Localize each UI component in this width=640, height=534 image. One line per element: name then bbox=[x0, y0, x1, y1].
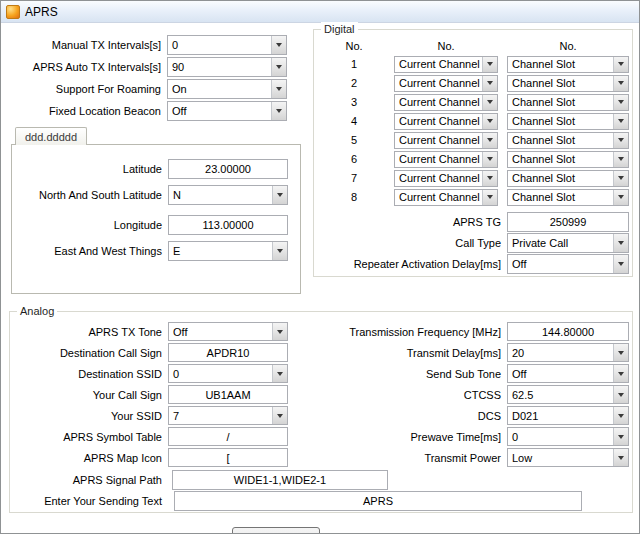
chevron-down-icon[interactable] bbox=[613, 171, 628, 186]
call-type-combo[interactable]: Private Call bbox=[507, 233, 629, 253]
combo-value: Channel Slot bbox=[508, 96, 613, 108]
combo-value: Current Channel bbox=[395, 153, 482, 165]
chevron-down-icon[interactable] bbox=[271, 102, 286, 120]
chevron-down-icon[interactable] bbox=[272, 186, 287, 204]
digital-channel-row: 8 Current Channel Channel Slot bbox=[314, 188, 632, 206]
tab-label: ddd.ddddd bbox=[25, 131, 77, 143]
north-south-latitude-combo[interactable]: N bbox=[168, 185, 288, 205]
chevron-down-icon[interactable] bbox=[482, 95, 497, 110]
field-row: Prewave Time[ms] 0 bbox=[210, 427, 629, 446]
tab-ddd-ddddd[interactable]: ddd.ddddd bbox=[15, 127, 87, 145]
chevron-down-icon[interactable] bbox=[613, 428, 628, 445]
chevron-down-icon[interactable] bbox=[613, 190, 628, 205]
combo-value: D021 bbox=[508, 410, 613, 422]
column-header-no: No. bbox=[394, 40, 498, 52]
combo-value: Channel Slot bbox=[508, 172, 613, 184]
chevron-down-icon[interactable] bbox=[613, 449, 628, 466]
chevron-down-icon[interactable] bbox=[482, 57, 497, 72]
transmit-power-combo[interactable]: Low bbox=[507, 448, 629, 467]
field-label: Prewave Time[ms] bbox=[210, 431, 507, 443]
chevron-down-icon[interactable] bbox=[613, 76, 628, 91]
chevron-down-icon[interactable] bbox=[613, 133, 628, 148]
current-channel-combo[interactable]: Current Channel bbox=[394, 75, 498, 92]
chevron-down-icon[interactable] bbox=[613, 152, 628, 167]
current-channel-combo[interactable]: Current Channel bbox=[394, 113, 498, 130]
channel-slot-combo[interactable]: Channel Slot bbox=[507, 56, 629, 73]
transmit-delay-combo[interactable]: 20 bbox=[507, 343, 629, 362]
chevron-down-icon[interactable] bbox=[613, 407, 628, 424]
current-channel-combo[interactable]: Current Channel bbox=[394, 151, 498, 168]
field-row: DCS D021 bbox=[210, 406, 629, 425]
field-label: Transmit Delay[ms] bbox=[210, 347, 507, 359]
digital-channel-row: 6 Current Channel Channel Slot bbox=[314, 150, 632, 168]
east-west-combo[interactable]: E bbox=[168, 241, 288, 261]
channel-slot-combo[interactable]: Channel Slot bbox=[507, 189, 629, 206]
aprs-signal-path-field[interactable]: WIDE1-1,WIDE2-1 bbox=[172, 470, 388, 490]
channel-slot-combo[interactable]: Channel Slot bbox=[507, 151, 629, 168]
aprs-tg-field[interactable]: 250999 bbox=[507, 212, 629, 232]
combo-value: Current Channel bbox=[395, 191, 482, 203]
repeater-activation-delay-combo[interactable]: Off bbox=[507, 254, 629, 274]
current-channel-combo[interactable]: Current Channel bbox=[394, 189, 498, 206]
analog-group-label: Analog bbox=[17, 304, 57, 318]
longitude-field[interactable]: 113.00000 bbox=[168, 215, 288, 235]
digital-group: Digital No. No. No. 1 Current Channel Ch… bbox=[313, 29, 633, 277]
channel-slot-combo[interactable]: Channel Slot bbox=[507, 132, 629, 149]
bottom-button-partial[interactable] bbox=[232, 527, 320, 534]
chevron-down-icon[interactable] bbox=[613, 344, 628, 361]
channel-slot-combo[interactable]: Channel Slot bbox=[507, 75, 629, 92]
combo-value: Current Channel bbox=[395, 172, 482, 184]
send-sub-tone-combo[interactable]: Off bbox=[507, 364, 629, 383]
field-row: Send Sub Tone Off bbox=[210, 364, 629, 383]
chevron-down-icon[interactable] bbox=[613, 234, 628, 252]
latitude-field[interactable]: 23.00000 bbox=[168, 159, 288, 179]
channel-slot-combo[interactable]: Channel Slot bbox=[507, 170, 629, 187]
current-channel-combo[interactable]: Current Channel bbox=[394, 132, 498, 149]
chevron-down-icon[interactable] bbox=[613, 57, 628, 72]
combo-value: 62.5 bbox=[508, 389, 613, 401]
digital-channel-list: 1 Current Channel Channel Slot 2 Current… bbox=[314, 55, 632, 207]
chevron-down-icon[interactable] bbox=[271, 36, 286, 54]
prewave-time-combo[interactable]: 0 bbox=[507, 427, 629, 446]
titlebar[interactable]: APRS bbox=[1, 1, 639, 23]
combo-value: Channel Slot bbox=[508, 153, 613, 165]
fixed-location-beacon-combo[interactable]: Off bbox=[167, 101, 287, 121]
transmission-frequency-field[interactable]: 144.80000 bbox=[507, 322, 629, 341]
channel-row-number: 4 bbox=[342, 115, 366, 127]
chevron-down-icon[interactable] bbox=[482, 76, 497, 91]
digital-channel-row: 5 Current Channel Channel Slot bbox=[314, 131, 632, 149]
combo-value: Current Channel bbox=[395, 58, 482, 70]
field-label: Transmit Power bbox=[210, 452, 507, 464]
field-label: Destination SSID bbox=[10, 368, 168, 380]
ctcss-combo[interactable]: 62.5 bbox=[507, 385, 629, 404]
chevron-down-icon[interactable] bbox=[271, 80, 286, 98]
combo-value: Low bbox=[508, 452, 613, 464]
current-channel-combo[interactable]: Current Channel bbox=[394, 94, 498, 111]
channel-slot-combo[interactable]: Channel Slot bbox=[507, 113, 629, 130]
manual-tx-intervals-combo[interactable]: 0 bbox=[167, 35, 287, 55]
sending-text-field[interactable]: APRS bbox=[174, 491, 582, 511]
chevron-down-icon[interactable] bbox=[482, 152, 497, 167]
current-channel-combo[interactable]: Current Channel bbox=[394, 56, 498, 73]
chevron-down-icon[interactable] bbox=[613, 95, 628, 110]
chevron-down-icon[interactable] bbox=[482, 190, 497, 205]
chevron-down-icon[interactable] bbox=[272, 242, 287, 260]
dcs-combo[interactable]: D021 bbox=[507, 406, 629, 425]
chevron-down-icon[interactable] bbox=[482, 133, 497, 148]
support-for-roaming-combo[interactable]: On bbox=[167, 79, 287, 99]
chevron-down-icon[interactable] bbox=[613, 114, 628, 129]
chevron-down-icon[interactable] bbox=[613, 255, 628, 273]
field-label: East And West Things bbox=[12, 245, 168, 257]
field-row: Manual TX Intervals[s] 0 bbox=[9, 35, 287, 55]
field-label: Enter Your Sending Text bbox=[10, 495, 168, 507]
chevron-down-icon[interactable] bbox=[482, 114, 497, 129]
aprs-auto-tx-intervals-combo[interactable]: 90 bbox=[167, 57, 287, 77]
channel-slot-combo[interactable]: Channel Slot bbox=[507, 94, 629, 111]
field-label: Longitude bbox=[12, 219, 168, 231]
chevron-down-icon[interactable] bbox=[482, 171, 497, 186]
field-label: APRS TG bbox=[314, 216, 507, 228]
chevron-down-icon[interactable] bbox=[271, 58, 286, 76]
current-channel-combo[interactable]: Current Channel bbox=[394, 170, 498, 187]
chevron-down-icon[interactable] bbox=[613, 386, 628, 403]
chevron-down-icon[interactable] bbox=[613, 365, 628, 382]
